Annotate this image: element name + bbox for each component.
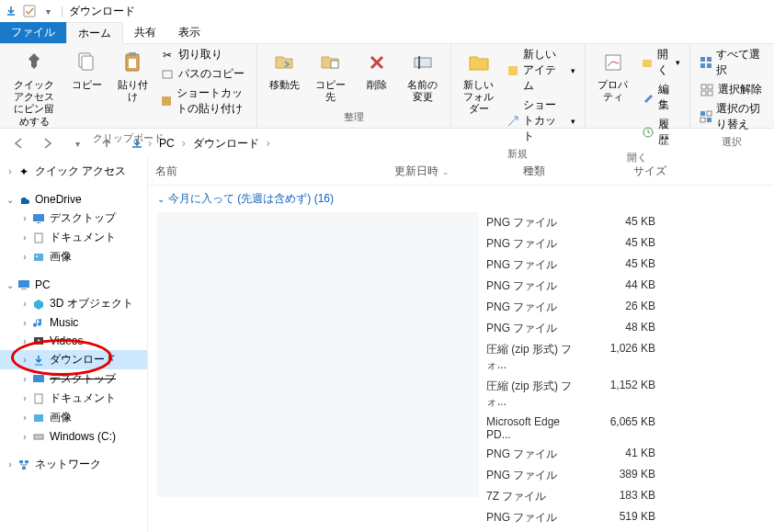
qat-dropdown-icon[interactable]: ▾	[40, 4, 55, 18]
cell-size: 389 KB	[589, 467, 663, 484]
cell-size: 45 KB	[589, 256, 663, 274]
svg-rect-6	[163, 71, 172, 78]
cell-type: PNG ファイル	[479, 446, 589, 463]
copyto-button[interactable]: コピー先	[309, 46, 353, 105]
crumb-sep[interactable]: ›	[146, 137, 154, 150]
file-row[interactable]: PNG ファイル45 KB	[479, 212, 774, 233]
file-row[interactable]: PNG ファイル519 KB	[479, 507, 774, 528]
tab-share[interactable]: 共有	[123, 22, 167, 43]
tree-music[interactable]: ›Music	[0, 313, 147, 332]
file-row[interactable]: PNG ファイル44 KB	[479, 276, 774, 297]
file-row[interactable]: PNG ファイル26 KB	[479, 297, 774, 318]
delete-icon	[362, 48, 392, 77]
svg-rect-31	[18, 280, 29, 288]
col-type[interactable]: 種類	[516, 158, 626, 185]
properties-button[interactable]: プロパティ	[591, 46, 635, 105]
tree-pictures2[interactable]: ›画像	[0, 408, 147, 427]
file-row[interactable]: PNG ファイル48 KB	[479, 318, 774, 339]
tree-desktop2[interactable]: ›デスクトップ	[0, 369, 147, 389]
tree-documents2[interactable]: ›ドキュメント	[0, 389, 147, 408]
edit-button[interactable]: 編集	[637, 81, 684, 114]
title-divider: |	[61, 5, 63, 17]
newitem-button[interactable]: 新しいアイテム▾	[503, 46, 579, 95]
tree-downloads[interactable]: ›ダウンロード	[0, 350, 147, 369]
file-row[interactable]: PNG ファイル41 KB	[479, 444, 774, 465]
tree-network[interactable]: ›ネットワーク	[0, 455, 147, 474]
file-row[interactable]: Microsoft Edge PD...6,065 KB	[479, 413, 774, 444]
cut-icon: ✂	[160, 48, 175, 62]
nav-back-button[interactable]	[7, 132, 29, 154]
paste-button[interactable]: 貼り付け	[110, 46, 154, 105]
svg-rect-24	[700, 118, 705, 122]
invert-button[interactable]: 選択の切り替え	[696, 100, 768, 133]
svg-rect-36	[34, 414, 43, 422]
svg-rect-37	[34, 435, 43, 439]
cell-size: 45 KB	[589, 235, 663, 253]
svg-rect-27	[37, 222, 40, 223]
pictures-icon	[31, 250, 46, 265]
open-button[interactable]: 開く▾	[637, 46, 684, 79]
download-arrow-icon	[4, 4, 18, 18]
crumb-pc[interactable]: PC	[155, 135, 178, 152]
tree-pictures[interactable]: ›画像	[0, 247, 147, 266]
copypath-button[interactable]: パスのコピー	[156, 65, 251, 83]
file-row[interactable]: PNG ファイル45 KB	[479, 233, 774, 255]
svg-rect-4	[129, 52, 136, 56]
tab-view[interactable]: 表示	[167, 22, 211, 43]
selectnone-icon	[700, 83, 714, 97]
tree-quickaccess[interactable]: ›✦クイック アクセス	[0, 162, 147, 181]
file-row[interactable]: 圧縮 (zip 形式) フォ...1,026 KB	[479, 339, 774, 376]
addressbar: ▾ › PC › ダウンロード ›	[0, 129, 774, 158]
tree-videos[interactable]: ›Videos	[0, 332, 147, 350]
selectnone-button[interactable]: 選択解除	[696, 81, 768, 98]
cell-size: 519 KB	[589, 509, 663, 526]
nav-forward-button[interactable]	[37, 132, 59, 154]
file-row[interactable]: PNG ファイル45 KB	[479, 255, 774, 276]
rename-button[interactable]: 名前の 変更	[401, 46, 445, 105]
network-icon	[17, 458, 31, 472]
svg-rect-17	[707, 63, 711, 68]
download-icon	[31, 353, 46, 368]
svg-rect-34	[33, 375, 44, 382]
ribbon-group-new: 新しい フォルダー 新しいアイテム▾ ショートカット▾ 新規	[451, 44, 586, 128]
pin-to-quickaccess-button[interactable]: クイック アクセス にピン留めする	[6, 46, 63, 130]
svg-rect-10	[508, 66, 518, 75]
file-row[interactable]: PNG ファイル389 KB	[479, 465, 774, 486]
col-name[interactable]: 名前	[148, 158, 387, 185]
svg-rect-16	[700, 63, 705, 68]
tree-pc[interactable]: ⌄PC	[0, 276, 147, 294]
breadcrumb[interactable]: › PC › ダウンロード ›	[125, 131, 767, 156]
tab-file[interactable]: ファイル	[0, 22, 66, 43]
col-date[interactable]: 更新日時⌄	[387, 158, 516, 185]
pasteshortcut-button[interactable]: ショートカットの貼り付け	[156, 85, 251, 118]
star-icon: ✦	[17, 164, 31, 179]
copy-button[interactable]: コピー	[64, 46, 108, 93]
ribbon: クイック アクセス にピン留めする コピー 貼り付け ✂切り取り パスのコピー …	[0, 44, 774, 129]
cell-type: 圧縮 (zip 形式) フォ...	[479, 378, 589, 411]
group-header[interactable]: ⌄ 今月に入って (先週は含めず) (16)	[148, 186, 774, 212]
tree-desktop[interactable]: ›デスクトップ	[0, 209, 147, 228]
desktop-icon	[31, 372, 46, 387]
qat-checkbox-icon[interactable]	[22, 4, 37, 18]
crumb-downloads[interactable]: ダウンロード	[189, 134, 263, 153]
delete-button[interactable]: 削除	[355, 46, 399, 93]
crumb-sep[interactable]: ›	[265, 137, 272, 150]
file-row[interactable]: 7Z ファイル183 KB	[479, 486, 774, 507]
nav-recent-button[interactable]: ▾	[66, 132, 88, 154]
cut-button[interactable]: ✂切り取り	[156, 46, 251, 63]
tree-3dobjects[interactable]: ›3D オブジェクト	[0, 294, 147, 313]
selectall-button[interactable]: すべて選択	[696, 46, 768, 79]
file-row[interactable]: 圧縮 (zip 形式) フォ...1,152 KB	[479, 376, 774, 413]
tree-documents[interactable]: ›ドキュメント	[0, 228, 147, 247]
col-size[interactable]: サイズ	[626, 158, 700, 185]
newfolder-button[interactable]: 新しい フォルダー	[457, 46, 501, 118]
crumb-sep[interactable]: ›	[180, 137, 188, 150]
cell-type: PNG ファイル	[479, 299, 589, 316]
nav-up-button[interactable]	[96, 132, 118, 154]
tree-onedrive[interactable]: ⌄OneDrive	[0, 190, 147, 209]
column-headers: 名前 更新日時⌄ 種類 サイズ	[148, 158, 774, 186]
tree-cdrive[interactable]: ›Windows (C:)	[0, 427, 147, 446]
file-row[interactable]: 圧縮 (zip 形式) フォ...7,967 KB	[479, 528, 774, 532]
tab-home[interactable]: ホーム	[66, 22, 123, 44]
moveto-button[interactable]: 移動先	[263, 46, 307, 93]
